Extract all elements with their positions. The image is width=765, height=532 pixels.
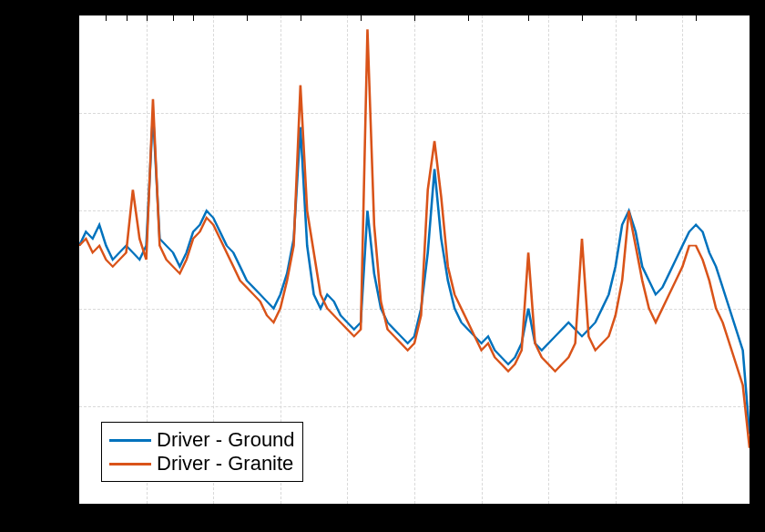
series-driver-granite [79,29,750,447]
legend-swatch-icon [109,439,151,442]
legend-item-ground: Driver - Ground [109,428,295,452]
legend-label: Driver - Ground [157,428,295,452]
chart-stage: Driver - Ground Driver - Granite [0,0,765,532]
legend-item-granite: Driver - Granite [109,452,295,476]
legend-label: Driver - Granite [157,452,293,476]
legend-swatch-icon [109,463,151,466]
plot-area: Driver - Ground Driver - Granite [77,14,751,506]
legend: Driver - Ground Driver - Granite [101,422,303,482]
